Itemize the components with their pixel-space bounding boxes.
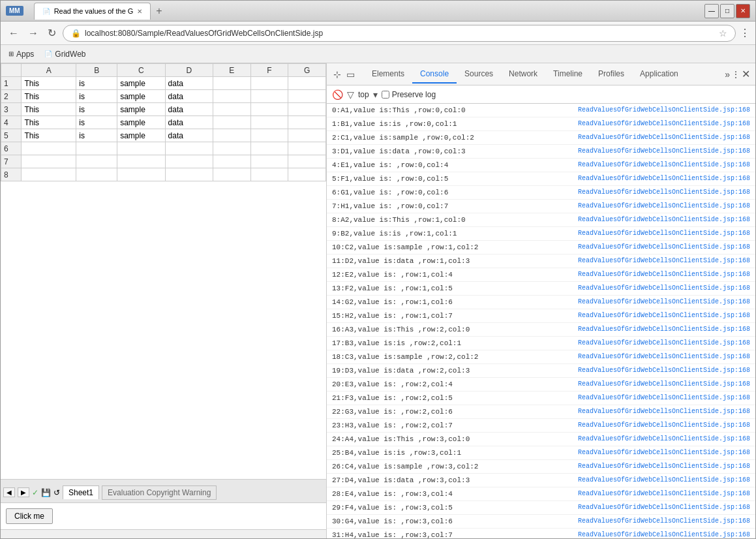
- log-source[interactable]: ReadValuesOfGridWebCellsOnClientSide.jsp…: [578, 283, 750, 294]
- cell[interactable]: [22, 168, 76, 181]
- table-row[interactable]: 5Thisissampledata: [1, 129, 326, 142]
- log-source[interactable]: ReadValuesOfGridWebCellsOnClientSide.jsp…: [578, 324, 750, 335]
- cell[interactable]: [117, 142, 165, 155]
- table-row[interactable]: 3Thisissampledata: [1, 103, 326, 116]
- devtools-tab-console[interactable]: Console: [412, 65, 457, 84]
- cell[interactable]: sample: [117, 129, 165, 142]
- click-me-button[interactable]: Click me: [6, 508, 53, 524]
- sheet-nav-next[interactable]: ▶: [18, 487, 29, 497]
- cell[interactable]: [22, 155, 76, 168]
- devtools-tab-application[interactable]: Application: [632, 65, 686, 84]
- log-source[interactable]: ReadValuesOfGridWebCellsOnClientSide.jsp…: [578, 187, 750, 198]
- cell[interactable]: [250, 77, 288, 90]
- log-source[interactable]: ReadValuesOfGridWebCellsOnClientSide.jsp…: [578, 270, 750, 280]
- cell[interactable]: [250, 155, 288, 168]
- log-source[interactable]: ReadValuesOfGridWebCellsOnClientSide.jsp…: [578, 461, 750, 472]
- devtools-more-button[interactable]: »: [725, 69, 730, 80]
- cell[interactable]: [250, 129, 288, 142]
- sheet1-tab[interactable]: Sheet1: [63, 485, 99, 499]
- cell[interactable]: sample: [117, 116, 165, 129]
- table-row[interactable]: 2Thisissampledata: [1, 90, 326, 103]
- cell[interactable]: data: [165, 90, 213, 103]
- log-source[interactable]: ReadValuesOfGridWebCellsOnClientSide.jsp…: [578, 119, 750, 129]
- new-tab-button[interactable]: +: [151, 3, 167, 20]
- devtools-tab-elements[interactable]: Elements: [364, 65, 412, 84]
- cell[interactable]: This: [22, 116, 76, 129]
- cell[interactable]: [165, 168, 213, 181]
- cell[interactable]: sample: [117, 90, 165, 103]
- cell[interactable]: [288, 155, 326, 168]
- address-bar[interactable]: 🔒 localhost:8080/Sample/ReadValuesOfGrid…: [63, 25, 736, 42]
- log-source[interactable]: ReadValuesOfGridWebCellsOnClientSide.jsp…: [578, 105, 750, 116]
- element-selector-icon[interactable]: ⊹: [332, 68, 342, 81]
- cell[interactable]: [288, 168, 326, 181]
- console-dropdown-icon[interactable]: ▾: [373, 89, 378, 100]
- cell[interactable]: data: [165, 116, 213, 129]
- log-source[interactable]: ReadValuesOfGridWebCellsOnClientSide.jsp…: [578, 297, 750, 307]
- log-source[interactable]: ReadValuesOfGridWebCellsOnClientSide.jsp…: [578, 393, 750, 403]
- cell[interactable]: sample: [117, 77, 165, 90]
- sheet-nav-prev[interactable]: ◀: [3, 487, 15, 497]
- close-button[interactable]: ✕: [736, 4, 750, 18]
- log-source[interactable]: ReadValuesOfGridWebCellsOnClientSide.jsp…: [578, 475, 750, 485]
- cell[interactable]: [288, 129, 326, 142]
- log-source[interactable]: ReadValuesOfGridWebCellsOnClientSide.jsp…: [578, 489, 750, 499]
- cell[interactable]: [76, 155, 117, 168]
- log-source[interactable]: ReadValuesOfGridWebCellsOnClientSide.jsp…: [578, 365, 750, 376]
- log-source[interactable]: ReadValuesOfGridWebCellsOnClientSide.jsp…: [578, 379, 750, 390]
- log-source[interactable]: ReadValuesOfGridWebCellsOnClientSide.jsp…: [578, 132, 750, 143]
- cell[interactable]: is: [76, 103, 117, 116]
- cell[interactable]: [213, 77, 250, 90]
- cell[interactable]: [250, 168, 288, 181]
- cell[interactable]: [288, 77, 326, 90]
- horizontal-scrollbar[interactable]: [1, 529, 326, 538]
- log-source[interactable]: ReadValuesOfGridWebCellsOnClientSide.jsp…: [578, 530, 750, 538]
- devtools-menu-icon[interactable]: ⋮: [730, 68, 742, 81]
- bookmark-star-icon[interactable]: ☆: [719, 28, 727, 38]
- table-row[interactable]: 1Thisissampledata: [1, 77, 326, 90]
- cell[interactable]: data: [165, 77, 213, 90]
- browser-tab[interactable]: 📄 Read the values of the G ✕: [34, 3, 151, 20]
- log-source[interactable]: ReadValuesOfGridWebCellsOnClientSide.jsp…: [578, 502, 750, 513]
- cell[interactable]: [250, 90, 288, 103]
- cell[interactable]: is: [76, 90, 117, 103]
- cell[interactable]: [288, 142, 326, 155]
- minimize-button[interactable]: —: [704, 4, 719, 18]
- log-source[interactable]: ReadValuesOfGridWebCellsOnClientSide.jsp…: [578, 311, 750, 321]
- cell[interactable]: [213, 142, 250, 155]
- cell[interactable]: [117, 168, 165, 181]
- cell[interactable]: is: [76, 77, 117, 90]
- bookmark-apps[interactable]: ⊞ Apps: [6, 48, 37, 60]
- log-source[interactable]: ReadValuesOfGridWebCellsOnClientSide.jsp…: [578, 448, 750, 458]
- devtools-tab-timeline[interactable]: Timeline: [545, 65, 590, 84]
- cell[interactable]: [250, 116, 288, 129]
- cell[interactable]: data: [165, 129, 213, 142]
- cell[interactable]: [288, 116, 326, 129]
- devtools-tab-network[interactable]: Network: [501, 65, 545, 84]
- table-row[interactable]: 7: [1, 155, 326, 168]
- cell[interactable]: data: [165, 103, 213, 116]
- log-source[interactable]: ReadValuesOfGridWebCellsOnClientSide.jsp…: [578, 146, 750, 157]
- cell[interactable]: [213, 103, 250, 116]
- maximize-button[interactable]: □: [720, 4, 734, 18]
- cell[interactable]: [76, 142, 117, 155]
- tab-close-icon[interactable]: ✕: [137, 8, 142, 15]
- log-source[interactable]: ReadValuesOfGridWebCellsOnClientSide.jsp…: [578, 160, 750, 170]
- cell[interactable]: This: [22, 90, 76, 103]
- log-source[interactable]: ReadValuesOfGridWebCellsOnClientSide.jsp…: [578, 434, 750, 444]
- log-source[interactable]: ReadValuesOfGridWebCellsOnClientSide.jsp…: [578, 256, 750, 266]
- devtools-tab-profiles[interactable]: Profiles: [590, 65, 632, 84]
- cell[interactable]: [250, 103, 288, 116]
- bookmark-gridweb[interactable]: 📄 GridWeb: [42, 48, 88, 60]
- cell[interactable]: [213, 90, 250, 103]
- log-source[interactable]: ReadValuesOfGridWebCellsOnClientSide.jsp…: [578, 338, 750, 348]
- log-source[interactable]: ReadValuesOfGridWebCellsOnClientSide.jsp…: [578, 215, 750, 225]
- console-log[interactable]: 0:A1,value is:This ,row:0,col:0ReadValue…: [327, 104, 755, 538]
- log-source[interactable]: ReadValuesOfGridWebCellsOnClientSide.jsp…: [578, 242, 750, 253]
- evaluation-warning-tab[interactable]: Evaluation Copyright Warning: [102, 485, 217, 500]
- cell[interactable]: This: [22, 103, 76, 116]
- table-row[interactable]: 4Thisissampledata: [1, 116, 326, 129]
- cell[interactable]: [213, 129, 250, 142]
- cell[interactable]: [250, 142, 288, 155]
- cell[interactable]: [22, 142, 76, 155]
